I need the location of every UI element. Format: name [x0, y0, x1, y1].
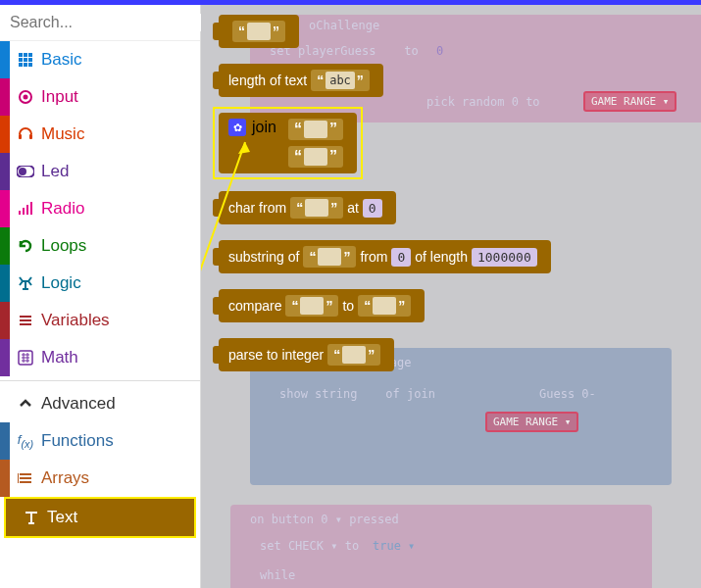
svg-rect-22: [20, 319, 31, 321]
category-logic[interactable]: Logic: [0, 265, 200, 302]
quote-open-icon: “: [292, 148, 304, 166]
search-input[interactable]: [10, 14, 206, 31]
string-input[interactable]: [300, 297, 324, 315]
category-label: Music: [41, 124, 84, 144]
quote-close-icon: ”: [341, 249, 352, 265]
svg-rect-23: [20, 323, 31, 325]
category-basic[interactable]: Basic: [0, 41, 200, 78]
quote-open-icon: “: [315, 73, 325, 88]
string-input[interactable]: [304, 148, 327, 166]
category-label: Logic: [41, 273, 81, 293]
quote-open-icon: “: [331, 347, 342, 363]
block-parse-int[interactable]: parse to integer “ ”: [219, 338, 394, 371]
block-label: compare: [228, 298, 281, 314]
block-label: parse to integer: [228, 347, 324, 363]
number-input[interactable]: 0: [363, 199, 382, 218]
svg-rect-14: [29, 134, 32, 139]
block-label: at: [347, 200, 359, 216]
svg-rect-19: [26, 205, 28, 215]
workspace[interactable]: oChallenge set playerGuess to 0 pick ran…: [201, 5, 701, 588]
category-label: Advanced: [41, 394, 116, 414]
category-radio[interactable]: Radio: [0, 190, 200, 227]
category-label: Led: [41, 162, 69, 181]
quote-open-icon: “: [289, 298, 300, 314]
block-label: substring of: [228, 249, 299, 265]
text-flyout: “ ” length of text “abc” ✿ join “ ” “ ”: [201, 5, 696, 588]
svg-rect-33: [18, 473, 19, 483]
category-list: Basic Input Music Led Radio Loops Logic …: [0, 41, 200, 588]
category-arrays[interactable]: Arrays: [0, 460, 200, 497]
string-input[interactable]: abc: [325, 72, 355, 89]
number-input[interactable]: 0: [391, 248, 411, 267]
string-input[interactable]: [318, 248, 341, 266]
quote-close-icon: ”: [396, 298, 407, 314]
category-led[interactable]: Led: [0, 153, 200, 190]
block-length-of-text[interactable]: length of text “abc”: [219, 64, 383, 97]
block-label: length of text: [228, 73, 307, 88]
category-text[interactable]: Text: [6, 499, 194, 536]
svg-rect-10: [28, 63, 32, 67]
category-functions[interactable]: f(x)Functions: [0, 422, 200, 460]
string-input[interactable]: [342, 346, 366, 364]
category-label: Math: [41, 348, 78, 368]
string-input[interactable]: [304, 121, 327, 138]
category-math[interactable]: Math: [0, 339, 200, 376]
block-label: of length: [415, 249, 468, 265]
quote-close-icon: ”: [271, 24, 281, 39]
category-loops[interactable]: Loops: [0, 227, 200, 265]
block-char-from[interactable]: char from “ ” at 0: [219, 191, 396, 224]
svg-rect-6: [24, 58, 27, 62]
block-label: from: [360, 249, 387, 265]
svg-point-12: [24, 95, 28, 100]
category-label: Loops: [41, 236, 86, 256]
quote-close-icon: ”: [327, 148, 339, 166]
block-label: join: [252, 119, 276, 136]
quote-close-icon: ”: [355, 73, 366, 88]
block-substring[interactable]: substring of “ ” from 0 of length 100000…: [219, 240, 551, 273]
quote-close-icon: ”: [366, 347, 376, 363]
svg-rect-31: [20, 477, 31, 479]
svg-rect-8: [19, 63, 23, 67]
quote-close-icon: ”: [328, 200, 339, 216]
search-row: [0, 5, 200, 41]
category-music[interactable]: Music: [0, 116, 200, 153]
block-join[interactable]: ✿ join “ ” “ ”: [219, 113, 357, 173]
category-advanced[interactable]: Advanced: [0, 385, 200, 422]
svg-rect-13: [19, 134, 22, 139]
svg-rect-9: [24, 63, 27, 67]
category-input[interactable]: Input: [0, 78, 200, 116]
sidebar: Basic Input Music Led Radio Loops Logic …: [0, 5, 201, 588]
category-variables[interactable]: Variables: [0, 302, 200, 339]
number-input[interactable]: 1000000: [472, 248, 537, 267]
category-label: Arrays: [41, 468, 89, 488]
svg-point-16: [19, 168, 26, 175]
category-label: Functions: [41, 431, 114, 451]
svg-rect-21: [20, 316, 31, 318]
quote-open-icon: “: [292, 121, 304, 138]
string-input[interactable]: [305, 199, 328, 217]
svg-rect-17: [19, 211, 21, 215]
svg-rect-32: [20, 481, 31, 483]
gear-icon[interactable]: ✿: [228, 119, 246, 136]
quote-open-icon: “: [362, 298, 373, 314]
string-input[interactable]: [373, 297, 396, 315]
quote-close-icon: ”: [327, 121, 339, 138]
string-input[interactable]: [247, 23, 271, 40]
block-label: to: [342, 298, 354, 314]
svg-rect-18: [23, 208, 25, 215]
svg-rect-3: [24, 53, 27, 57]
svg-rect-20: [30, 202, 32, 215]
category-divider: [0, 380, 200, 381]
block-label: char from: [228, 200, 286, 216]
quote-open-icon: “: [307, 249, 318, 265]
quote-close-icon: ”: [324, 298, 334, 314]
block-string-literal[interactable]: “ ”: [219, 15, 299, 48]
category-label: Input: [41, 87, 78, 107]
category-label: Radio: [41, 199, 84, 219]
quote-open-icon: “: [294, 200, 305, 216]
block-compare[interactable]: compare “ ” to “ ”: [219, 289, 425, 322]
quote-open-icon: “: [236, 24, 247, 39]
svg-rect-4: [28, 53, 32, 57]
category-label: Text: [47, 508, 77, 527]
category-label: Variables: [41, 311, 110, 330]
